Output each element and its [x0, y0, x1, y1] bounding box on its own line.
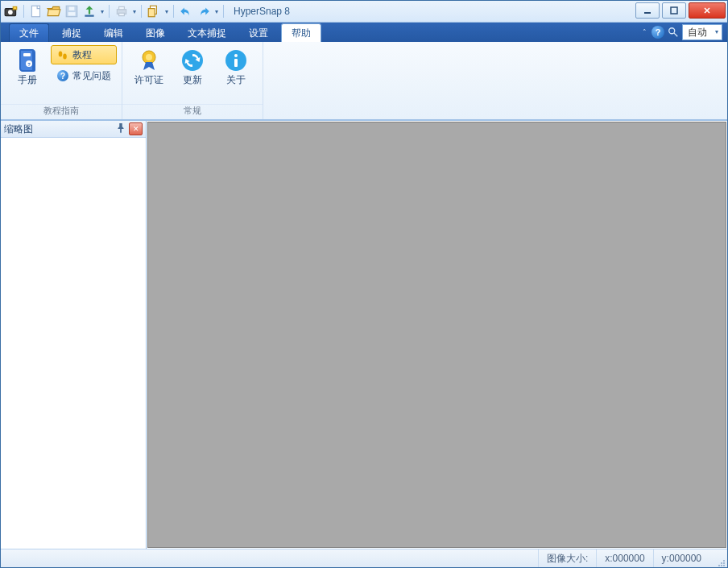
status-bar: 图像大小: x:000000 y:000000	[1, 549, 727, 567]
thumbnails-panel-title: 缩略图	[4, 122, 33, 136]
qat-customize-dropdown-icon[interactable]: ▾	[213, 8, 219, 15]
question-icon: ?	[56, 69, 69, 82]
close-button[interactable]	[689, 2, 726, 19]
tabs-right-tools: ˄ ? 自动▾	[643, 23, 722, 42]
ribbon-group-tutorial-label: 教程指南	[1, 104, 122, 119]
pin-icon[interactable]	[115, 122, 126, 134]
qat-separator	[223, 5, 224, 18]
qat-separator	[173, 5, 174, 18]
tab-text-capture[interactable]: 文本捕捉	[178, 24, 236, 42]
svg-rect-2	[13, 6, 17, 9]
app-title: HyperSnap 8	[234, 6, 290, 17]
thumbnails-panel-body	[1, 138, 146, 549]
chevron-down-icon: ▾	[715, 28, 718, 35]
update-button[interactable]: 更新	[171, 45, 214, 86]
zoom-select[interactable]: 自动▾	[682, 24, 722, 40]
undo-icon[interactable]	[178, 3, 194, 19]
save-icon[interactable]	[64, 3, 80, 19]
svg-rect-14	[671, 7, 677, 14]
qat-separator	[141, 5, 142, 18]
footprint-icon	[56, 48, 69, 61]
ribbon-group-tutorial: ? 手册 教程 ? 常见问题 教程指南	[1, 42, 122, 119]
manual-button[interactable]: ? 手册	[6, 45, 49, 86]
quick-access-toolbar: ▾ ▾ ▾ ▾	[1, 1, 229, 22]
faq-button[interactable]: ? 常见问题	[51, 66, 117, 85]
copy-dropdown-icon[interactable]: ▾	[163, 8, 169, 15]
book-icon: ?	[14, 48, 40, 73]
redo-icon[interactable]	[196, 3, 212, 19]
status-y: y:000000	[653, 549, 709, 567]
svg-point-1	[8, 10, 13, 15]
ribbon: ? 手册 教程 ? 常见问题 教程指南	[1, 42, 727, 120]
svg-point-32	[723, 560, 725, 562]
titlebar: ▾ ▾ ▾ ▾ HyperSnap 8	[1, 1, 727, 23]
upload-dropdown-icon[interactable]: ▾	[99, 8, 105, 15]
panel-close-button[interactable]: ✕	[129, 122, 143, 135]
svg-rect-26	[234, 59, 238, 67]
qat-separator	[109, 5, 110, 18]
about-label: 关于	[226, 75, 246, 85]
camera-icon[interactable]	[3, 3, 19, 19]
tab-help[interactable]: 帮助	[281, 23, 321, 42]
tutorial-button[interactable]: 教程	[51, 45, 117, 64]
svg-point-31	[721, 562, 722, 564]
resize-grip[interactable]	[709, 548, 727, 568]
print-icon[interactable]	[114, 3, 130, 19]
tab-settings[interactable]: 设置	[239, 24, 278, 42]
svg-point-19	[59, 51, 63, 56]
tutorial-label: 教程	[72, 48, 92, 62]
svg-point-27	[723, 565, 725, 566]
client-area: 缩略图 ✕	[1, 120, 727, 549]
svg-rect-6	[69, 6, 75, 10]
minimize-button[interactable]	[635, 2, 660, 19]
svg-point-28	[721, 565, 722, 566]
info-icon	[223, 48, 249, 73]
tab-image[interactable]: 图像	[136, 24, 175, 42]
upload-icon[interactable]	[81, 3, 97, 19]
tab-capture[interactable]: 捕捉	[52, 24, 91, 42]
svg-rect-12	[148, 9, 155, 17]
faq-label: 常见问题	[72, 69, 111, 83]
svg-point-25	[234, 54, 238, 57]
zoom-value: 自动	[688, 26, 707, 39]
ribbon-group-general: 许可证 更新 关于 常规	[122, 42, 263, 119]
minimize-ribbon-icon[interactable]: ˄	[643, 28, 647, 36]
print-dropdown-icon[interactable]: ▾	[131, 8, 137, 15]
window-buttons	[635, 2, 726, 19]
about-button[interactable]: 关于	[214, 45, 258, 86]
thumbnails-panel-header: 缩略图 ✕	[1, 121, 146, 138]
svg-point-23	[182, 50, 203, 71]
svg-text:?: ?	[27, 62, 31, 67]
license-label: 许可证	[134, 75, 163, 85]
svg-rect-13	[644, 12, 651, 14]
new-icon[interactable]	[28, 3, 44, 19]
svg-point-15	[669, 28, 675, 34]
svg-rect-7	[85, 15, 93, 17]
svg-rect-9	[119, 6, 125, 9]
ribbon-group-general-label: 常规	[122, 104, 263, 119]
search-icon[interactable]	[668, 27, 679, 38]
svg-rect-3	[31, 6, 39, 17]
svg-point-20	[63, 53, 67, 59]
copy-icon[interactable]	[146, 3, 162, 19]
manual-label: 手册	[18, 75, 37, 85]
award-icon	[136, 48, 162, 73]
svg-point-29	[723, 562, 725, 564]
svg-rect-5	[68, 12, 76, 16]
canvas-area[interactable]	[147, 122, 726, 548]
status-x: x:000000	[596, 549, 652, 567]
ribbon-tabs: 文件 捕捉 编辑 图像 文本捕捉 设置 帮助 ˄ ? 自动▾	[1, 23, 727, 42]
status-image-size: 图像大小:	[538, 549, 596, 567]
help-icon[interactable]: ?	[651, 26, 664, 39]
thumbnails-panel: 缩略图 ✕	[1, 121, 147, 549]
svg-point-22	[146, 54, 152, 60]
update-label: 更新	[183, 75, 202, 85]
tab-edit[interactable]: 编辑	[94, 24, 133, 42]
svg-rect-16	[23, 53, 31, 56]
license-button[interactable]: 许可证	[127, 45, 171, 86]
open-icon[interactable]	[46, 3, 62, 19]
qat-separator	[23, 5, 24, 18]
tab-file[interactable]: 文件	[9, 23, 49, 42]
maximize-button[interactable]	[662, 2, 686, 19]
svg-point-30	[718, 565, 720, 566]
